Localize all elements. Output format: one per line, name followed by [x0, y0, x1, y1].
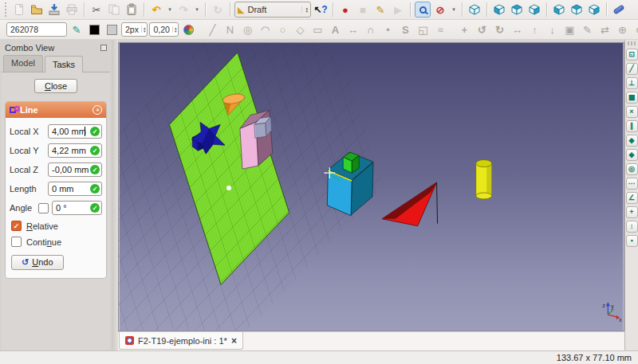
draft-offset-button[interactable]: ↻ — [491, 22, 507, 37]
clip-plane-dropdown[interactable]: ▾ — [450, 2, 458, 18]
snap-center-button[interactable]: ◈ — [626, 149, 638, 161]
draft-arc-button[interactable]: ◠ — [257, 22, 273, 37]
front-view-button[interactable] — [491, 2, 507, 18]
status-bar: 133.67 x 77.10 mm — [0, 350, 638, 364]
snap-near-button[interactable]: ◆ — [626, 135, 638, 147]
text-size-spinner[interactable]: 0,20▴▾ — [149, 22, 179, 37]
toolbar-sep — [333, 2, 333, 17]
object-green-cube[interactable] — [343, 152, 359, 173]
undo-dropdown[interactable]: ▾ — [166, 2, 174, 18]
draft-bezier-button[interactable]: ≈ — [432, 22, 448, 37]
draft-add-point-button[interactable]: ⊕ — [614, 22, 630, 37]
macro-play-button: ▶ — [390, 2, 406, 18]
snap-parallel-button[interactable]: ∥ — [626, 120, 638, 132]
snap-lock-button[interactable]: ⊡ — [626, 49, 638, 61]
print-button — [64, 2, 80, 18]
line-task-body: Local X ✓ Local Y ✓ Local Z ✓ Length — [6, 118, 106, 278]
draft-point-button[interactable]: • — [380, 22, 396, 37]
cylinder-bottom — [476, 193, 492, 199]
draft-scale-button[interactable]: ▣ — [561, 22, 577, 37]
draft-command-input[interactable] — [6, 22, 67, 37]
save-button[interactable] — [46, 2, 62, 18]
draft-facebinder-button[interactable]: ◱ — [415, 22, 431, 37]
snap-endpoint-button[interactable]: ╱ — [626, 63, 638, 75]
right-view-button[interactable] — [526, 2, 542, 18]
axonometric-view-button[interactable] — [467, 2, 482, 18]
macro-stop-button: ■ — [355, 2, 371, 18]
open-file-button[interactable] — [29, 2, 45, 18]
clip-plane-button[interactable]: ⊘ — [432, 2, 448, 18]
toolbar-handle[interactable] — [628, 41, 636, 45]
object-yellow-cylinder[interactable] — [476, 160, 492, 199]
construction-mode-button[interactable]: ✎ — [69, 22, 85, 37]
line-color-swatch[interactable] — [86, 22, 102, 37]
draft-downgrade-button[interactable]: ↓ — [544, 22, 560, 37]
draft-ellipse-button[interactable]: ○ — [274, 22, 290, 37]
draft-circle-button[interactable]: ◎ — [239, 22, 255, 37]
angle-lock-checkbox[interactable] — [38, 203, 49, 213]
close-button[interactable]: Close — [34, 79, 77, 93]
undo-task-button[interactable]: ↺Undo — [11, 255, 64, 270]
tab-model[interactable]: Model — [3, 55, 43, 72]
continue-checkbox[interactable] — [11, 237, 22, 247]
relative-checkbox[interactable]: ✓ — [11, 221, 22, 231]
draft-bspline-button[interactable]: ∩ — [362, 22, 378, 37]
draft-polygon-button[interactable]: ◇ — [292, 22, 308, 37]
snap-extension-button[interactable]: ⋯ — [626, 178, 638, 190]
toolbar-sep — [410, 2, 411, 17]
snap-intersection-button[interactable]: × — [626, 106, 638, 118]
draft-dimension-button[interactable]: ↔ — [345, 22, 360, 37]
3d-viewport[interactable]: z y x — [118, 42, 624, 331]
whats-this-button[interactable]: ↖? — [313, 2, 329, 18]
draft-edit-button[interactable]: ✎ — [579, 22, 595, 37]
close-tab-icon[interactable]: × — [231, 335, 237, 346]
line-width-spinner[interactable]: 2px▴▾ — [121, 22, 148, 37]
bottom-view-button[interactable] — [569, 2, 585, 18]
snap-perpendicular-button[interactable]: ⊥ — [626, 77, 638, 89]
draft-delete-point-button[interactable]: ⊖ — [632, 22, 638, 37]
toolbar-handle[interactable] — [3, 2, 8, 17]
snap-ortho-button[interactable]: ◎ — [626, 163, 638, 175]
rear-view-button[interactable] — [551, 2, 567, 18]
snap-dimensions-button[interactable]: ↕ — [626, 221, 638, 233]
top-view-button[interactable] — [509, 2, 525, 18]
fit-all-button[interactable] — [415, 2, 431, 18]
main-area: Combo View Model Tasks Close Line » — [0, 40, 638, 350]
draft-move-button[interactable]: + — [456, 22, 472, 37]
snap-special-button[interactable]: ∠ — [626, 192, 638, 204]
snap-grid-button[interactable]: ▦ — [626, 92, 638, 104]
snap-midpoint-button[interactable]: + — [626, 206, 638, 218]
line-task-header[interactable]: Line » — [6, 102, 106, 118]
draft-line-button[interactable]: ╱ — [204, 22, 220, 37]
undock-panel-icon[interactable] — [100, 45, 107, 51]
snap-working-plane-button[interactable]: ▪ — [626, 235, 638, 247]
apply-style-button[interactable] — [180, 22, 196, 37]
draft-rectangle-button[interactable]: ▭ — [309, 22, 325, 37]
cut-icon[interactable]: ✂ — [89, 2, 104, 18]
macro-record-button[interactable]: ● — [337, 2, 353, 18]
draft-shapestring-button[interactable]: S — [397, 22, 413, 37]
draft-upgrade-button[interactable]: ↑ — [526, 22, 542, 37]
draft-trimex-button[interactable]: ↔ — [509, 22, 525, 37]
paste-button[interactable] — [124, 2, 140, 18]
left-view-button[interactable] — [586, 2, 602, 18]
viewport-column: z y x F2-T19-ejemplo-ini : 1* × — [118, 40, 624, 350]
tab-tasks[interactable]: Tasks — [45, 56, 83, 72]
undo-button[interactable]: ↶ — [148, 2, 164, 18]
workbench-selector[interactable]: ◣Draft▴▾ — [234, 2, 311, 18]
local-y-label: Local Y — [10, 146, 45, 155]
face-color-swatch[interactable] — [104, 22, 120, 37]
draft-text-button[interactable]: A — [327, 22, 343, 37]
new-file-button — [11, 2, 27, 18]
draft-rotate-button[interactable]: ↺ — [474, 22, 490, 37]
redo-dropdown[interactable]: ▾ — [193, 2, 201, 18]
manipulator-button[interactable] — [611, 2, 627, 18]
macro-edit-button[interactable]: ✎ — [372, 2, 388, 18]
draft-wire-button[interactable]: N — [222, 22, 238, 37]
glass-cube-front — [254, 123, 266, 138]
collapse-task-icon[interactable]: » — [93, 105, 102, 115]
panel-splitter[interactable] — [112, 40, 118, 350]
document-tab[interactable]: F2-T19-ejemplo-ini : 1* × — [119, 332, 243, 350]
draft-to-sketch-button[interactable]: ⇄ — [597, 22, 612, 37]
viewport-dimensions-text: 133.67 x 77.10 mm — [557, 353, 632, 362]
